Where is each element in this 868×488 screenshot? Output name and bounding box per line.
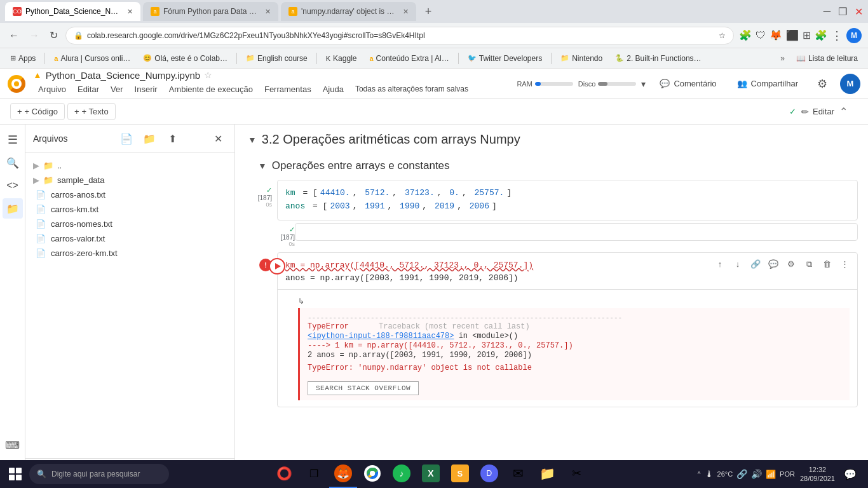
metamask-icon[interactable]: 🦊 [770, 29, 782, 41]
cell-3-content[interactable]: ↑ ↓ 🔗 💬 ⚙ ⧉ 🗑 ⋮ km = np.array [277, 252, 858, 408]
file-carros-nomes[interactable]: 📄 carros-nomes.txt [25, 217, 234, 231]
bookmark-conteudo[interactable]: a Conteúdo Extra | Al… [364, 52, 454, 65]
edit-button[interactable]: ✏ Editar [801, 107, 834, 117]
cell-move-up-btn[interactable]: ↑ [712, 257, 728, 272]
file-carros-anos[interactable]: 📄 carros-anos.txt [25, 187, 234, 202]
menu-arquivo[interactable]: Arquivo [33, 81, 71, 98]
new-tab-button[interactable]: + [419, 2, 438, 21]
nav-code-button[interactable]: <> [3, 175, 23, 196]
bookmark-colab[interactable]: 😊 Olá, este é o Colab… [138, 52, 233, 65]
extensions-icon[interactable]: 🧩 [739, 29, 752, 41]
tab-close-1[interactable]: ✕ [127, 8, 133, 16]
taskbar-excel[interactable]: X [417, 460, 445, 488]
minimize-button[interactable]: ─ [824, 6, 831, 17]
bookmark-twitter[interactable]: 🐦 Twitter Developers [463, 52, 547, 65]
url-box[interactable]: 🔒 colab.research.google.com/drive/1MGz6C… [65, 27, 734, 44]
file-carros-zero-km[interactable]: 📄 carros-zero-km.txt [25, 246, 234, 261]
add-code-button[interactable]: + + Código [10, 103, 65, 120]
tab-close-3[interactable]: ✕ [403, 8, 409, 16]
cell-link-btn[interactable]: 🔗 [748, 257, 763, 272]
colab-logo[interactable] [8, 75, 25, 93]
subsection-collapse-arrow[interactable]: ▼ [258, 161, 267, 171]
sidebar-new-file-btn[interactable]: 📄 [118, 130, 135, 147]
bookmark-english[interactable]: 📁 English course [241, 52, 313, 65]
user-avatar[interactable]: M [840, 74, 860, 94]
menu-ver[interactable]: Ver [105, 81, 128, 98]
menu-inserir[interactable]: Inserir [130, 81, 163, 98]
settings-button[interactable]: ⚙ [812, 74, 832, 94]
cell-comment-btn[interactable]: 💬 [766, 257, 781, 272]
taskbar-mail[interactable]: ✉ [505, 460, 532, 488]
forward-button[interactable]: → [27, 27, 42, 44]
add-text-button[interactable]: + + Texto [67, 103, 116, 120]
menu-ambiente[interactable]: Ambiente de execução [164, 81, 258, 98]
taskbar-taskview[interactable]: ❐ [300, 460, 328, 488]
tab-active[interactable]: CO Python_Data_Science_Numpy.ipy… ✕ [5, 2, 140, 21]
profile-avatar[interactable]: M [846, 28, 862, 43]
nav-menu-button[interactable]: ☰ [3, 130, 23, 150]
taskbar-snip[interactable]: ✂ [563, 460, 591, 488]
volume-icon[interactable]: 🔊 [751, 469, 762, 479]
sample-data-folder[interactable]: ▶ 📁 sample_data [25, 173, 234, 187]
cell-delete-btn[interactable]: 🗑 [819, 257, 834, 272]
grids-icon[interactable]: ⊞ [803, 29, 811, 41]
bookmark-builtins[interactable]: 🐍 2. Built-in Functions… [610, 52, 706, 65]
cell-move-down-btn[interactable]: ↓ [730, 257, 745, 272]
resource-dropdown[interactable]: ▾ [641, 79, 646, 89]
tab-close-2[interactable]: ✕ [265, 8, 271, 16]
cell-2-content[interactable] [295, 223, 858, 241]
comment-button[interactable]: 💬 Comentário [653, 75, 722, 92]
start-button[interactable] [3, 461, 28, 487]
tab-3[interactable]: a 'numpy.ndarray' object is not cal… ✕ [281, 2, 416, 21]
section-collapse-arrow[interactable]: ▼ [248, 135, 257, 145]
sidebar-refresh-btn[interactable] [186, 130, 204, 147]
search-stackoverflow-button[interactable]: SEARCH STACK OVERFLOW [308, 381, 419, 395]
nav-files-button[interactable]: 📁 [3, 198, 23, 219]
lastpass-icon[interactable]: ⬛ [786, 29, 799, 41]
extensions-menu-icon[interactable]: 🧩 [815, 29, 827, 41]
bookmark-nintendo[interactable]: 📁 Nintendo [555, 52, 607, 65]
sidebar-close-btn[interactable]: ✕ [209, 130, 227, 147]
taskbar-search-box[interactable]: 🔍 Digite aqui para pesquisar [29, 464, 169, 484]
tab-2[interactable]: a Fórum Python para Data Science… ✕ [143, 2, 278, 21]
file-carros-km[interactable]: 📄 carros-km.txt [25, 202, 234, 217]
bookmark-apps[interactable]: ⊞ Apps [5, 52, 41, 65]
taskbar-cortana[interactable]: ⭕ [271, 460, 299, 488]
menu-ferramentas[interactable]: Ferramentas [259, 81, 316, 98]
cell-copy-btn[interactable]: ⧉ [801, 257, 817, 272]
file-name[interactable]: Python_Data_Science_Numpy.ipynb [46, 70, 200, 81]
sidebar-upload-btn[interactable]: ⬆ [163, 130, 181, 147]
bookmark-alura[interactable]: a Alura | Cursos onli… [49, 52, 135, 65]
reload-button[interactable]: ↻ [47, 27, 60, 44]
menu-editar[interactable]: Editar [72, 81, 104, 98]
close-button[interactable]: ✕ [855, 6, 863, 18]
file-carros-valor[interactable]: 📄 carros-valor.txt [25, 231, 234, 246]
collapse-button[interactable]: ⌃ [839, 105, 848, 118]
share-button[interactable]: 👥 Compartilhar [731, 75, 804, 92]
taskbar-spotify[interactable]: ♪ [388, 460, 416, 488]
taskbar-sublime[interactable]: S [446, 460, 474, 488]
cell-settings-btn[interactable]: ⚙ [783, 257, 799, 272]
bookmarks-more-button[interactable]: » [776, 52, 789, 65]
menu-ajuda[interactable]: Ajuda [318, 81, 349, 98]
cell-run-button[interactable] [269, 258, 285, 274]
cell-1-content[interactable]: km = [ 44410. , 5712. , 37123. , 0. , [277, 180, 858, 220]
back-button[interactable]: ← [6, 27, 22, 44]
cell-more-btn[interactable]: ⋮ [837, 257, 852, 272]
sidebar-new-folder-btn[interactable]: 📁 [140, 130, 158, 147]
taskbar-explorer[interactable]: 📁 [534, 460, 562, 488]
bookmark-kaggle[interactable]: K Kaggle [321, 52, 362, 65]
taskbar-chrome[interactable] [358, 460, 386, 488]
maximize-button[interactable]: ❐ [838, 6, 847, 18]
chrome-menu-icon[interactable]: ⋮ [831, 29, 843, 43]
tray-up-arrow[interactable]: ^ [698, 471, 701, 478]
nav-search-button[interactable]: 🔍 [3, 152, 23, 173]
adblock-icon[interactable]: 🛡 [756, 30, 766, 41]
star-icon[interactable]: ☆ [719, 31, 726, 40]
reading-list-button[interactable]: 📖 Lista de leitura [791, 52, 863, 65]
notification-button[interactable]: 💬 [840, 464, 860, 484]
parent-folder-item[interactable]: ▶ 📁 .. [25, 158, 234, 173]
nav-terminal-button[interactable]: ⌨ [3, 435, 23, 455]
taskbar-firefox[interactable]: 🦊 [329, 460, 357, 488]
taskbar-discord[interactable]: D [475, 460, 503, 488]
